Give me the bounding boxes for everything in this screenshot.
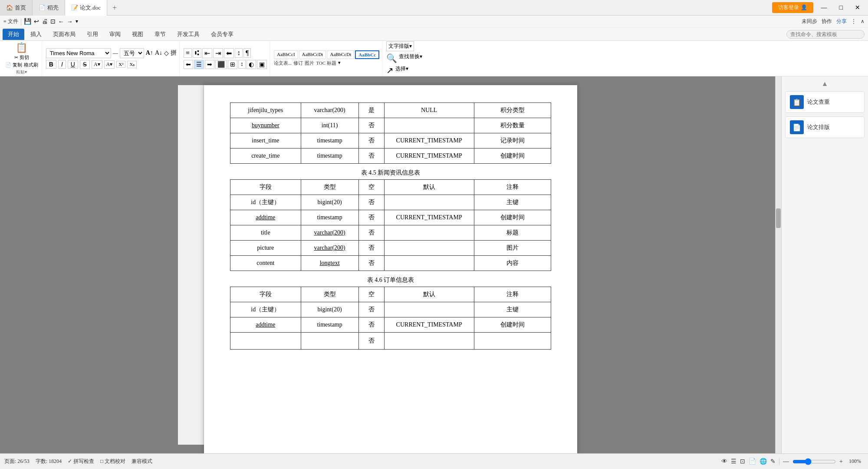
line-spacing-button[interactable]: ↕	[238, 60, 246, 69]
sort-button[interactable]: ↕	[235, 48, 243, 58]
edit-icon[interactable]: ✎	[770, 458, 776, 465]
collab-button[interactable]: 协作	[822, 18, 832, 25]
font-shrink-button[interactable]: A↓	[155, 50, 162, 56]
collapse-icon[interactable]: ∧	[861, 18, 865, 25]
underline-button[interactable]: U	[68, 60, 78, 69]
sync-status: 未同步	[802, 18, 817, 25]
share-button[interactable]: 分享	[836, 18, 847, 25]
find-replace-button[interactable]: 🔍	[386, 53, 397, 63]
style-heading2[interactable]: AaBbCcDt	[327, 50, 354, 59]
table-header-row: 字段 类型 空 默认 注释	[230, 287, 551, 302]
tab-view[interactable]: 视图	[127, 29, 148, 40]
list-number-button[interactable]: ⑆	[193, 48, 201, 58]
paste-button[interactable]: 📋	[16, 42, 27, 53]
add-tab-button[interactable]: +	[107, 0, 122, 16]
font-grow-button[interactable]: A↑	[146, 50, 153, 56]
close-button[interactable]: ✕	[851, 3, 865, 12]
essay-layout-button[interactable]: 📄 论文排版	[785, 116, 865, 138]
select-button[interactable]: ↗	[386, 65, 394, 76]
dropdown-icon[interactable]: ▾	[76, 18, 78, 25]
font-size-selector[interactable]: 五号	[120, 48, 144, 58]
select-label[interactable]: 选择▾	[395, 65, 408, 76]
tab-doc[interactable]: 📝 论文.doc	[65, 0, 107, 16]
italic-button[interactable]: I	[58, 60, 66, 69]
align-left-button[interactable]: ⬅	[224, 48, 234, 58]
print-icon[interactable]: 🖨	[42, 18, 48, 25]
tab-chapter[interactable]: 章节	[149, 29, 171, 40]
bold-button[interactable]: B	[46, 60, 56, 69]
doc-verify[interactable]: □ 文档校对	[100, 458, 125, 465]
table-row: 否	[230, 333, 551, 350]
maximize-button[interactable]: □	[835, 3, 847, 12]
color-button[interactable]: A▾	[92, 60, 102, 69]
table-46: 字段 类型 空 默认 注释 id（主键） bigint(20) 否 主键 add…	[230, 287, 551, 350]
eye-icon[interactable]: 👁	[721, 458, 727, 465]
status-bar: 页面: 26/53 字数: 18204 ✓ 拼写检查 □ 文档校对 兼容模式 👁…	[0, 453, 868, 469]
tab-homepage[interactable]: 🏠 首页	[0, 0, 33, 16]
align-center-button[interactable]: ☰	[194, 60, 204, 69]
paragraph-mark-button[interactable]: ¶	[243, 48, 251, 58]
doc-mode-icon[interactable]: 📄	[749, 458, 756, 465]
indent-increase-button[interactable]: ⇥	[213, 48, 223, 58]
undo-icon[interactable]: ↩	[34, 18, 39, 25]
forward-icon[interactable]: →	[67, 18, 73, 25]
tab-start[interactable]: 开始	[3, 29, 24, 40]
align-right-button[interactable]: ➡	[205, 60, 214, 69]
scrollbar-thumb[interactable]	[776, 208, 781, 228]
style-heading1[interactable]: AaBbCcDt	[299, 50, 326, 59]
list-bullet-button[interactable]: ≡	[184, 48, 192, 58]
minimize-button[interactable]: —	[817, 3, 832, 12]
columns-button[interactable]: ⊞	[228, 60, 237, 69]
tab-references[interactable]: 引用	[82, 29, 103, 40]
font-name-selector[interactable]: Times New Roma	[46, 48, 111, 58]
tab-member[interactable]: 会员专享	[206, 29, 239, 40]
tab-devtools[interactable]: 开发工具	[172, 29, 205, 40]
indent-decrease-button[interactable]: ⇤	[202, 48, 212, 58]
subscript-button[interactable]: X₂	[127, 61, 137, 68]
vertical-scrollbar[interactable]	[775, 76, 781, 453]
tab-daoke[interactable]: 📄 稻壳	[33, 0, 65, 16]
more-button[interactable]: ⋮	[851, 18, 856, 25]
copy-button[interactable]: 📄 复制	[5, 62, 22, 68]
essay-btn[interactable]: 论文表...	[274, 60, 292, 66]
menu-icon[interactable]: ≡ 文件	[3, 18, 18, 25]
tab-review[interactable]: 审阅	[104, 29, 126, 40]
zoom-out-button[interactable]: —	[783, 458, 789, 465]
revise-btn[interactable]: 修订	[293, 60, 303, 66]
web-icon[interactable]: 🌐	[760, 458, 767, 465]
style-dropdown[interactable]: ▾	[338, 60, 341, 66]
text-format-button[interactable]: 文字排版▾	[386, 41, 414, 51]
back-icon[interactable]: ←	[58, 18, 64, 25]
justify-button[interactable]: ⬛	[215, 60, 227, 69]
superscript-button[interactable]: X²	[116, 61, 125, 68]
strikethrough-button[interactable]: S̶	[80, 60, 90, 69]
cut-button[interactable]: ✂ 剪切	[14, 54, 29, 61]
align-left2-button[interactable]: ⬅	[184, 60, 193, 69]
phonetic-button[interactable]: 拼	[171, 49, 177, 57]
tab-insert[interactable]: 插入	[25, 29, 47, 40]
zoom-in-button[interactable]: +	[839, 458, 843, 465]
table-row: create_time timestamp 否 CURRENT_TIMESTAM…	[230, 149, 551, 164]
border-button[interactable]: ▣	[257, 60, 267, 69]
outline-icon[interactable]: ⊡	[740, 458, 745, 465]
essay-check-button[interactable]: 📋 论文查重	[785, 91, 865, 113]
format-icon[interactable]: ⊡	[50, 18, 56, 25]
toc-btn[interactable]: TOC 标题	[316, 60, 336, 66]
image-btn[interactable]: 图片	[305, 60, 314, 66]
find-replace-label[interactable]: 查找替换▾	[399, 53, 422, 63]
format-painter-button[interactable]: 格式刷	[24, 62, 38, 68]
highlight-button[interactable]: A▾	[104, 60, 115, 69]
tab-layout[interactable]: 页面布局	[48, 29, 81, 40]
font-clear-button[interactable]: ◇	[164, 50, 169, 57]
style-bold[interactable]: AaBbCc	[355, 50, 379, 59]
list-icon[interactable]: ☰	[731, 458, 736, 465]
shading-button[interactable]: ◐	[247, 60, 256, 69]
zoom-slider[interactable]	[792, 458, 836, 465]
panel-scroll-up[interactable]: ▲	[785, 80, 865, 88]
spell-check[interactable]: ✓ 拼写检查	[68, 458, 94, 465]
paste-label: 粘贴▾	[16, 69, 27, 75]
login-button[interactable]: 访客登录 👤	[772, 2, 813, 13]
save-icon[interactable]: 💾	[24, 18, 31, 25]
search-input[interactable]	[786, 30, 865, 39]
style-normal[interactable]: AaBbCcI	[274, 50, 298, 59]
